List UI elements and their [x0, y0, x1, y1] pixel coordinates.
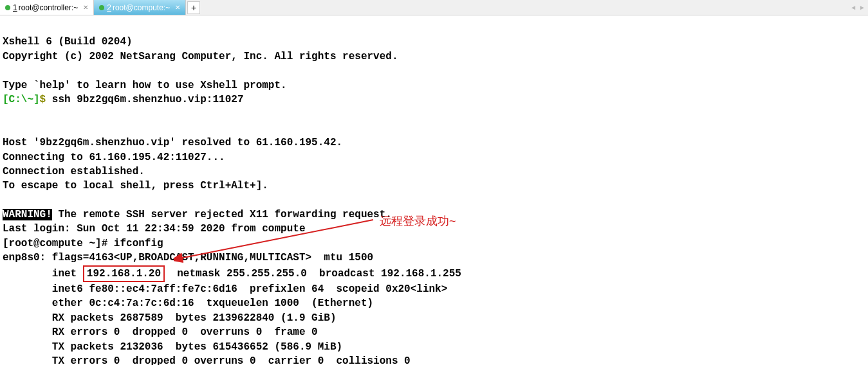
close-icon[interactable]: ✕ — [83, 4, 88, 11]
annotation-success: 远程登录成功~ — [380, 213, 456, 229]
status-dot-icon — [5, 5, 10, 10]
connecting: Connecting to 61.160.195.42:11027... — [3, 152, 225, 163]
ifconfig-rx-errors: RX errors 0 dropped 0 overruns 0 frame 0 — [3, 326, 318, 338]
chevron-right-icon[interactable]: ► — [859, 4, 865, 11]
warning-msg: The remote SSH server rejected X11 forwa… — [52, 209, 392, 220]
ssh-command: ssh 9bz2gq6m.shenzhuo.vip:11027 — [52, 94, 244, 105]
tab-navigation: ◄ ► — [850, 4, 865, 11]
prompt-dollar: $ — [40, 94, 46, 105]
tab-number: 2 — [107, 3, 111, 12]
ip-address-highlight: 192.168.1.20 — [83, 265, 165, 282]
ifconfig-tx-errors: TX errors 0 dropped 0 overruns 0 carrier… — [3, 355, 411, 365]
add-tab-button[interactable]: + — [187, 1, 200, 14]
status-dot-icon — [99, 5, 104, 10]
ifconfig-inet-pre: inet — [3, 268, 83, 280]
terminal-output[interactable]: Xshell 6 (Build 0204) Copyright (c) 2002… — [0, 15, 868, 365]
tab-label: root@compute:~ — [113, 3, 170, 12]
ifconfig-inet6: inet6 fe80::ec4:7aff:fe7c:6d16 prefixlen… — [3, 283, 447, 295]
chevron-left-icon[interactable]: ◄ — [850, 4, 856, 11]
warning-tag: WARNING! — [3, 209, 52, 220]
ifconfig-rx-packets: RX packets 2687589 bytes 2139622840 (1.9… — [3, 312, 336, 324]
ifconfig-tx-packets: TX packets 2132036 bytes 615436652 (586.… — [3, 341, 342, 353]
xshell-version: Xshell 6 (Build 0204) — [3, 36, 133, 48]
copyright: Copyright (c) 2002 NetSarang Computer, I… — [3, 51, 398, 62]
connection-established: Connection established. — [3, 166, 145, 177]
help-hint: Type `help' to learn how to use Xshell p… — [3, 80, 287, 91]
tab-controller[interactable]: 1 root@controller:~ ✕ — [0, 0, 94, 15]
ifconfig-iface: enp8s0: flags=4163<UP,BROADCAST,RUNNING,… — [3, 252, 373, 263]
tab-compute[interactable]: 2 root@compute:~ ✕ — [94, 0, 186, 15]
escape-hint: To escape to local shell, press Ctrl+Alt… — [3, 180, 268, 191]
host-resolved: Host '9bz2gq6m.shenzhuo.vip' resolved to… — [3, 137, 342, 148]
tab-label: root@controller:~ — [19, 3, 78, 12]
shell-prompt: [root@compute ~]# ifconfig — [3, 238, 163, 249]
tab-bar: 1 root@controller:~ ✕ 2 root@compute:~ ✕… — [0, 0, 868, 15]
tab-number: 1 — [13, 3, 17, 12]
last-login: Last login: Sun Oct 11 22:34:59 2020 fro… — [3, 223, 305, 235]
ifconfig-ether: ether 0c:c4:7a:7c:6d:16 txqueuelen 1000 … — [3, 298, 373, 309]
local-prompt: [C:\~] — [3, 94, 40, 105]
ifconfig-inet-post: netmask 255.255.255.0 broadcast 192.168.… — [165, 268, 461, 280]
close-icon[interactable]: ✕ — [175, 4, 180, 11]
